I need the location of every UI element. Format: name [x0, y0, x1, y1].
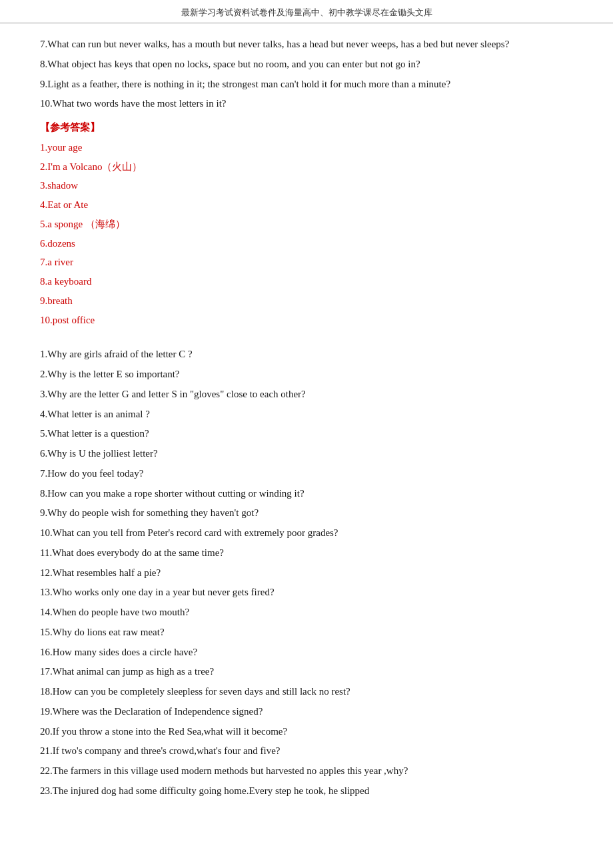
- question-line: 12.What resembles half a pie?: [40, 564, 573, 583]
- question-line: 8.What object has keys that open no lock…: [40, 55, 573, 74]
- question-line: 8.How can you make a rope shorter withou…: [40, 485, 573, 503]
- question-line: 22.The farmers in this village used mode…: [40, 762, 573, 781]
- questions-section-1: 7.What can run but never walks, has a mo…: [40, 35, 573, 113]
- question-line: 15.Why do lions eat raw meat?: [40, 623, 573, 642]
- header-text: 最新学习考试资料试卷件及海量高中、初中教学课尽在金锄头文库: [181, 7, 432, 17]
- question-line: 13.Who works only one day in a year but …: [40, 583, 573, 602]
- answer-line: 5.a sponge （海绵）: [40, 215, 573, 234]
- question-line: 21.If two's company and three's crowd,wh…: [40, 742, 573, 761]
- question-line: 9.Why do people wish for something they …: [40, 504, 573, 523]
- answer-line: 3.shadow: [40, 177, 573, 195]
- question-line: 11.What does everybody do at the same ti…: [40, 544, 573, 563]
- question-line: 23.The injured dog had some difficulty g…: [40, 782, 573, 801]
- answer-line: 10.post office: [40, 311, 573, 330]
- question-line: 14.When do people have two mouth?: [40, 603, 573, 622]
- question-line: 10.What two words have the most letters …: [40, 95, 573, 113]
- question-line: 7.How do you feel today?: [40, 465, 573, 483]
- question-line: 19.Where was the Declaration of Independ…: [40, 703, 573, 721]
- page-header: 最新学习考试资料试卷件及海量高中、初中教学课尽在金锄头文库: [0, 0, 613, 23]
- answer-line: 7.a river: [40, 253, 573, 272]
- answer-line: 6.dozens: [40, 235, 573, 253]
- question-line: 7.What can run but never walks, has a mo…: [40, 35, 573, 54]
- question-line: 5.What letter is a question?: [40, 425, 573, 443]
- question-line: 3.Why are the letter G and letter S in "…: [40, 385, 573, 404]
- question-line: 10.What can you tell from Peter's record…: [40, 524, 573, 543]
- answer-line: 9.breath: [40, 292, 573, 311]
- question-line: 4.What letter is an animal ?: [40, 405, 573, 424]
- main-content: 7.What can run but never walks, has a mo…: [0, 23, 613, 826]
- answer-line: 1.your age: [40, 139, 573, 157]
- answer-line: 4.Eat or Ate: [40, 196, 573, 215]
- questions-section-2: 1.Why are girls afraid of the letter C ?…: [40, 345, 573, 800]
- question-line: 18.How can you be completely sleepless f…: [40, 683, 573, 701]
- answer-line: 8.a keyboard: [40, 273, 573, 291]
- question-line: 1.Why are girls afraid of the letter C ?: [40, 345, 573, 364]
- question-line: 16.How many sides does a circle have?: [40, 643, 573, 662]
- question-line: 20.If you throw a stone into the Red Sea…: [40, 723, 573, 741]
- answers-label: 【参考答案】: [40, 119, 573, 137]
- question-line: 17.What animal can jump as high as a tre…: [40, 663, 573, 681]
- answer-line: 2.I'm a Volcano（火山）: [40, 158, 573, 177]
- question-line: 2.Why is the letter E so important?: [40, 365, 573, 384]
- question-line: 6.Why is U the jolliest letter?: [40, 445, 573, 463]
- answers-section: 【参考答案】 1.your age2.I'm a Volcano（火山）3.sh…: [40, 119, 573, 329]
- question-line: 9.Light as a feather, there is nothing i…: [40, 75, 573, 94]
